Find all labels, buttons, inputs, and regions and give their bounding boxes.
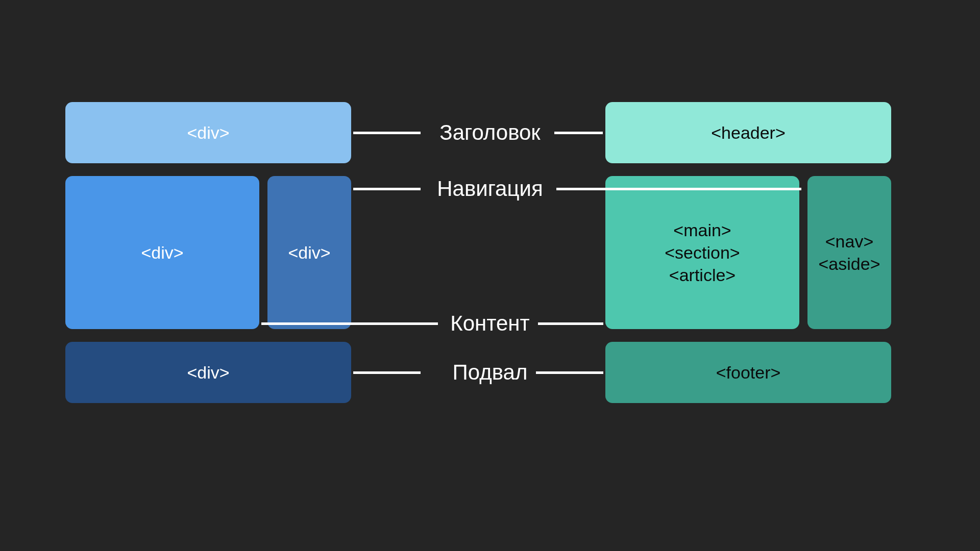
- left-header-label: <div>: [187, 123, 229, 143]
- right-footer-label: <footer>: [716, 363, 781, 383]
- left-main-box: <div>: [65, 176, 259, 329]
- right-side-label-2: <aside>: [819, 253, 880, 275]
- connector-line: [554, 132, 603, 134]
- left-side-box: <div>: [267, 176, 351, 329]
- right-header-box: <header>: [605, 102, 891, 163]
- right-main-box: <main> <section> <article>: [605, 176, 799, 329]
- label-content: Контент: [450, 311, 530, 336]
- left-main-label: <div>: [141, 243, 183, 263]
- right-main-label-1: <main>: [673, 219, 731, 241]
- label-footer: Подвал: [453, 360, 528, 385]
- label-nav: Навигация: [437, 177, 543, 201]
- left-footer-box: <div>: [65, 342, 351, 403]
- connector-line: [353, 188, 421, 190]
- right-side-box: <nav> <aside>: [807, 176, 891, 329]
- connector-line: [261, 322, 438, 325]
- connector-line: [536, 371, 603, 374]
- right-header-label: <header>: [711, 123, 786, 143]
- left-header-box: <div>: [65, 102, 351, 163]
- left-footer-label: <div>: [187, 363, 229, 383]
- connector-line: [556, 188, 801, 190]
- right-footer-box: <footer>: [605, 342, 891, 403]
- connector-line: [538, 322, 603, 325]
- connector-line: [353, 371, 421, 374]
- right-main-label-2: <section>: [665, 241, 740, 264]
- left-side-label: <div>: [288, 243, 330, 263]
- connector-line: [353, 132, 421, 134]
- right-main-label-3: <article>: [669, 264, 736, 286]
- label-header: Заголовок: [439, 120, 540, 145]
- right-side-label-1: <nav>: [825, 230, 874, 253]
